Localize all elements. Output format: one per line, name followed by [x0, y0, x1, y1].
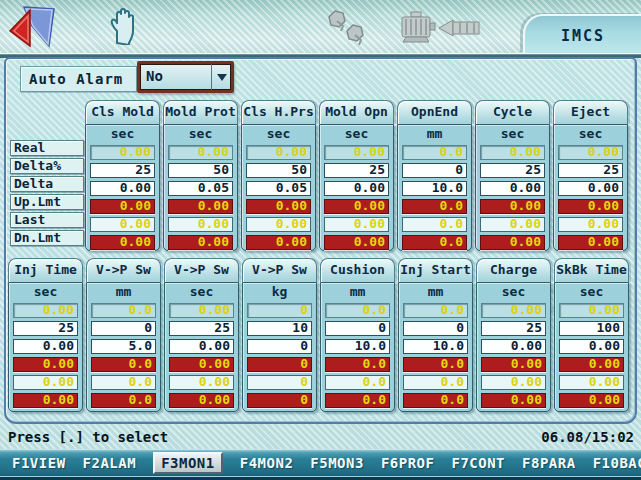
unit-label: sec	[90, 127, 155, 142]
row-label-column: RealDelta%DeltaUp.LmtLastDn.Lmt	[10, 140, 84, 248]
cell-delta[interactable]: 0.00	[559, 339, 624, 354]
cell-delta-pct[interactable]: 25	[13, 321, 78, 336]
monitor-column-cycle-sec: Cycle sec 0.00250.000.000.000.00	[475, 100, 550, 250]
unit-label: mm	[402, 127, 467, 142]
cell-delta-pct[interactable]: 25	[324, 163, 389, 178]
column-body: mm 0.0010.00.00.00.0	[398, 282, 473, 412]
column-body: sec 0.00500.050.000.000.00	[163, 124, 238, 251]
cell-last: 0.00	[246, 217, 311, 232]
cell-up-lmt: 0.0	[91, 357, 156, 372]
cell-up-lmt: 0.0	[402, 199, 467, 214]
cell-up-lmt: 0.00	[13, 357, 78, 372]
motor-icon	[398, 10, 438, 46]
fkey-f2alam[interactable]: F2ALAM	[83, 455, 137, 471]
monitor-row-1: Cls Mold sec 0.00250.000.000.000.00 Mold…	[85, 100, 628, 250]
cell-delta[interactable]: 0.00	[13, 339, 78, 354]
row-label-dn-lmt: Dn.Lmt	[10, 230, 84, 246]
fkey-f1view[interactable]: F1VIEW	[12, 455, 66, 471]
column-tab: Eject	[553, 100, 628, 124]
cell-last: 0.00	[559, 375, 624, 390]
cell-dn-lmt: 0.0	[403, 393, 468, 408]
cell-real: 0.00	[168, 145, 233, 160]
unit-label: sec	[559, 285, 624, 300]
cell-delta[interactable]: 0.00	[169, 339, 234, 354]
cell-real: 0.00	[90, 145, 155, 160]
monitor-column-charge-sec: Charge sec 0.00250.000.000.000.00	[476, 258, 551, 412]
cell-delta[interactable]: 10.0	[402, 181, 467, 196]
status-hint: Press [.] to select	[8, 429, 168, 445]
cell-real: 0.0	[403, 303, 468, 318]
column-tab: Mold Prot	[163, 100, 238, 124]
cell-delta-pct[interactable]: 0	[91, 321, 156, 336]
cell-real: 0.00	[324, 145, 389, 160]
cell-delta-pct[interactable]: 0	[325, 321, 390, 336]
cell-delta-pct[interactable]: 25	[169, 321, 234, 336]
cell-dn-lmt: 0.0	[325, 393, 390, 408]
cell-delta-pct[interactable]: 10	[247, 321, 312, 336]
cell-real: 0.0	[325, 303, 390, 318]
cell-up-lmt: 0.00	[324, 199, 389, 214]
cell-delta[interactable]: 10.0	[325, 339, 390, 354]
column-body: sec 0.00250.000.000.000.00	[319, 124, 394, 251]
cell-delta-pct[interactable]: 25	[558, 163, 623, 178]
fkey-f8para[interactable]: F8PARA	[522, 455, 576, 471]
unit-label: mm	[91, 285, 156, 300]
column-body: sec 0.00250.000.000.000.00	[476, 282, 551, 412]
monitor-column-v-p-sw-mm: V->P Sw mm 0.005.00.00.00.0	[86, 258, 161, 412]
cell-delta-pct[interactable]: 25	[481, 321, 546, 336]
cell-up-lmt: 0	[247, 357, 312, 372]
cell-last: 0.00	[168, 217, 233, 232]
cell-dn-lmt: 0.00	[324, 235, 389, 250]
cell-delta[interactable]: 0	[247, 339, 312, 354]
column-tab: V->P Sw	[164, 258, 239, 282]
cell-delta[interactable]: 0.00	[324, 181, 389, 196]
cell-dn-lmt: 0.00	[168, 235, 233, 250]
column-body: sec 0.00250.000.000.000.00	[164, 282, 239, 412]
cell-last: 0	[247, 375, 312, 390]
cell-delta[interactable]: 0.05	[246, 181, 311, 196]
cell-dn-lmt: 0.0	[402, 235, 467, 250]
injection-screw-icon	[438, 17, 480, 39]
monitor-column-mold-prot-sec: Mold Prot sec 0.00500.050.000.000.00	[163, 100, 238, 250]
fkey-f5mon3[interactable]: F5MON3	[310, 455, 364, 471]
cell-delta-pct[interactable]: 50	[246, 163, 311, 178]
dropdown-arrow-icon[interactable]	[211, 64, 231, 90]
cell-delta[interactable]: 5.0	[91, 339, 156, 354]
cell-delta[interactable]: 10.0	[403, 339, 468, 354]
cell-delta-pct[interactable]: 50	[168, 163, 233, 178]
column-body: sec 0.00250.000.000.000.00	[553, 124, 628, 251]
fkey-f7cont[interactable]: F7CONT	[451, 455, 505, 471]
auto-alarm-dropdown[interactable]: No	[137, 61, 234, 93]
cell-delta[interactable]: 0.05	[168, 181, 233, 196]
cell-delta-pct[interactable]: 25	[480, 163, 545, 178]
cell-last: 0.00	[480, 217, 545, 232]
cell-delta-pct[interactable]: 100	[559, 321, 624, 336]
hand-mode-icon	[105, 5, 143, 45]
cell-delta-pct[interactable]: 0	[402, 163, 467, 178]
column-tab: Mold Opn	[319, 100, 394, 124]
fkey-f10back[interactable]: F10BACK	[593, 455, 641, 471]
cell-delta[interactable]: 0.00	[558, 181, 623, 196]
column-tab: Cls Mold	[85, 100, 160, 124]
fkey-f3mon1[interactable]: F3MON1	[153, 452, 223, 474]
cell-delta[interactable]: 0.00	[90, 181, 155, 196]
cell-up-lmt: 0.00	[168, 199, 233, 214]
column-body: mm 0.0010.00.00.00.0	[320, 282, 395, 412]
screen-title: IMCS	[561, 27, 605, 45]
cell-last: 0.00	[13, 375, 78, 390]
column-tab: Inj Time	[8, 258, 83, 282]
fkey-f6prof[interactable]: F6PROF	[381, 455, 435, 471]
fkey-f4mon2[interactable]: F4MON2	[240, 455, 294, 471]
monitor-column-eject-sec: Eject sec 0.00250.000.000.000.00	[553, 100, 628, 250]
cell-last: 0.00	[169, 375, 234, 390]
cell-delta-pct[interactable]: 0	[403, 321, 468, 336]
brand-logo-icon	[7, 4, 55, 48]
cell-delta[interactable]: 0.00	[481, 339, 546, 354]
cell-delta[interactable]: 0.00	[480, 181, 545, 196]
cell-real: 0	[247, 303, 312, 318]
cell-delta-pct[interactable]: 25	[90, 163, 155, 178]
column-body: kg 0100000	[242, 282, 317, 412]
monitor-column-cls-mold-sec: Cls Mold sec 0.00250.000.000.000.00	[85, 100, 160, 250]
cell-up-lmt: 0.00	[90, 199, 155, 214]
monitor-column-skbk-time-sec: SkBk Time sec 0.001000.000.000.000.00	[554, 258, 629, 412]
